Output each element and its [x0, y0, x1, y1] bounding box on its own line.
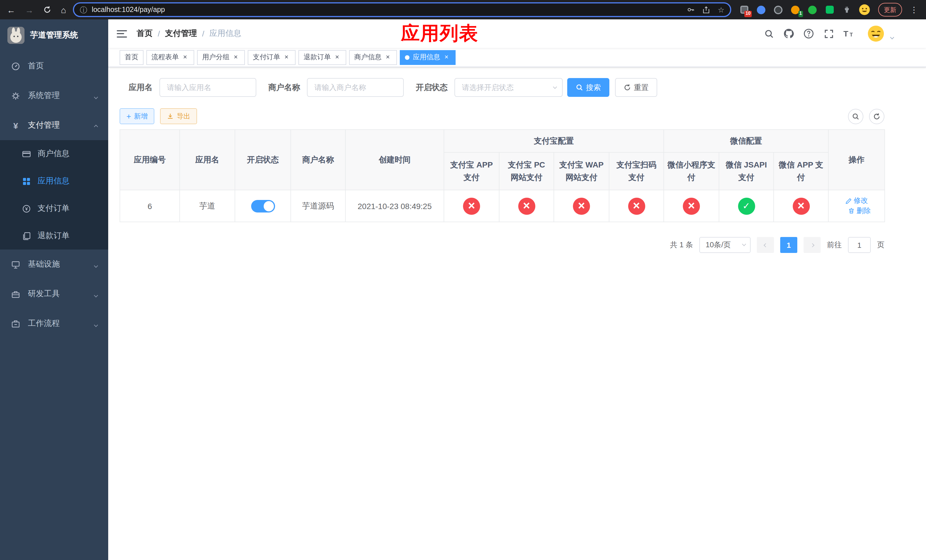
page-number-1[interactable]: 1 [780, 237, 797, 253]
apps-table: 应用编号 应用名 开启状态 商户名称 创建时间 支付宝配置 微信配置 操作 支付… [120, 129, 885, 222]
header-search-icon[interactable] [763, 28, 775, 39]
extension-icon-5[interactable] [808, 5, 817, 15]
password-key-icon[interactable] [687, 6, 695, 14]
breadcrumb-payment[interactable]: 支付管理 [165, 29, 197, 39]
browser-reload-icon[interactable] [43, 6, 51, 14]
extension-icon-6[interactable] [825, 5, 834, 15]
export-button[interactable]: 导出 [160, 108, 197, 124]
workflow-icon [11, 319, 21, 328]
tab-merchant-info[interactable]: 商户信息× [349, 50, 397, 65]
chevron-down-icon [95, 260, 97, 269]
sidebar-item-dev-tools[interactable]: 研发工具 [0, 279, 108, 309]
edit-link[interactable]: 修改 [845, 196, 868, 206]
tab-home[interactable]: 首页 [120, 50, 144, 65]
next-page-button[interactable] [803, 237, 821, 253]
share-icon[interactable] [702, 6, 710, 14]
sidebar-item-home[interactable]: 首页 [0, 51, 108, 81]
prev-page-button[interactable] [757, 237, 774, 253]
browser-back-icon[interactable]: ← [7, 5, 15, 14]
sidebar-item-merchant-info[interactable]: 商户信息 [0, 140, 108, 168]
add-button[interactable]: + 新增 [120, 108, 154, 124]
bookmark-star-icon[interactable]: ☆ [718, 5, 725, 14]
user-avatar[interactable] [867, 25, 884, 42]
sidebar-item-app-info[interactable]: 应用信息 [0, 168, 108, 195]
extension-icon-2[interactable] [756, 5, 766, 15]
enabled-toggle[interactable] [251, 200, 275, 212]
tab-pay-order[interactable]: 支付订单× [248, 50, 295, 65]
tab-close-icon[interactable]: × [181, 53, 189, 61]
chevron-up-icon [95, 121, 97, 130]
tab-close-icon[interactable]: × [232, 53, 240, 61]
sidebar-item-refund-order[interactable]: 退款订单 [0, 222, 108, 250]
status-select[interactable]: 请选择开启状态 [454, 78, 563, 97]
search-form: 应用名 商户名称 开启状态 请选择开启状态 搜索 [129, 78, 915, 97]
extensions-area: 10 1 [737, 4, 873, 15]
tab-process-form[interactable]: 流程表单× [146, 50, 194, 65]
sidebar-submenu-payment: 商户信息 应用信息 支付订单 [0, 140, 108, 250]
extensions-pin-icon[interactable] [842, 5, 851, 15]
col-header-wechat-jsapi: 微信 JSAPI 支付 [719, 152, 774, 190]
help-icon[interactable] [803, 28, 814, 39]
page-size-select[interactable]: 10条/页 [699, 237, 750, 253]
toggle-search-icon[interactable] [848, 109, 863, 124]
delete-link[interactable]: 删除 [848, 206, 871, 216]
sidebar-item-payment[interactable]: ¥ 支付管理 [0, 110, 108, 140]
tab-refund-order[interactable]: 退款订单× [298, 50, 346, 65]
sidebar-item-label: 基础设施 [28, 259, 60, 269]
sidebar-logo[interactable]: 芋道管理系统 [0, 20, 108, 51]
browser-profile-avatar[interactable] [859, 4, 870, 15]
status-alipay-pc-icon [518, 197, 535, 215]
browser-menu-icon[interactable]: ⋮ [908, 5, 920, 14]
breadcrumb-current: 应用信息 [210, 29, 242, 39]
url-bar[interactable]: ⓘ localhost:1024/pay/app ☆ [73, 2, 731, 17]
active-tab-dot [405, 55, 410, 59]
extension-icon-4[interactable]: 1 [790, 5, 800, 15]
tags-view: 首页 流程表单× 用户分组× 支付订单× 退款订单× 商户信息× 应用信息× [108, 48, 926, 67]
search-button[interactable]: 搜索 [567, 78, 609, 97]
pay-order-icon [22, 204, 31, 213]
toolbox-icon [11, 290, 21, 298]
tab-close-icon[interactable]: × [333, 53, 341, 61]
avatar-caret-icon[interactable] [891, 31, 894, 41]
goto-page-input[interactable] [848, 237, 871, 253]
sidebar-item-pay-order[interactable]: 支付订单 [0, 195, 108, 222]
fullscreen-icon[interactable] [823, 28, 834, 39]
status-wechat-jsapi-icon [738, 197, 755, 215]
font-size-icon[interactable]: TT [843, 28, 854, 39]
sidebar-item-infrastructure[interactable]: 基础设施 [0, 250, 108, 279]
sidebar-item-label: 系统管理 [28, 91, 60, 101]
sidebar-item-label: 研发工具 [28, 289, 60, 299]
browser-home-icon[interactable]: ⌂ [61, 5, 66, 14]
breadcrumb-home[interactable]: 首页 [137, 29, 153, 39]
cell-app-id: 6 [120, 190, 180, 222]
reset-button[interactable]: 重置 [615, 78, 657, 97]
github-icon[interactable] [783, 28, 794, 39]
tab-close-icon[interactable]: × [384, 53, 392, 61]
extension-icon-1[interactable]: 10 [739, 5, 749, 15]
browser-update-button[interactable]: 更新 [878, 3, 902, 17]
site-info-icon[interactable]: ⓘ [80, 6, 87, 14]
status-wechat-lite-icon [683, 197, 700, 215]
extension-icon-3[interactable] [773, 5, 783, 15]
app-name-input[interactable] [159, 78, 256, 97]
browser-forward-icon[interactable]: → [25, 5, 33, 14]
status-label: 开启状态 [416, 82, 448, 92]
breadcrumb-separator: / [158, 29, 160, 38]
tab-close-icon[interactable]: × [283, 53, 291, 61]
tab-user-group[interactable]: 用户分组× [197, 50, 245, 65]
top-navbar: 首页 / 支付管理 / 应用信息 应用列表 [108, 20, 926, 48]
url-text[interactable]: localhost:1024/pay/app [92, 6, 682, 14]
breadcrumb-separator: / [202, 29, 204, 38]
sidebar-item-workflow[interactable]: 工作流程 [0, 309, 108, 338]
refresh-table-icon[interactable] [869, 109, 884, 124]
screen: ← → ⌂ ⓘ localhost:1024/pay/app ☆ [0, 0, 926, 560]
tab-close-icon[interactable]: × [442, 53, 451, 61]
svg-text:T: T [843, 29, 848, 38]
breadcrumb: 首页 / 支付管理 / 应用信息 [137, 29, 242, 39]
merchant-name-input[interactable] [307, 78, 404, 97]
sidebar-toggle-icon[interactable] [117, 30, 127, 37]
tab-app-info[interactable]: 应用信息× [400, 50, 455, 65]
app-title: 芋道管理系统 [30, 30, 78, 41]
sidebar-item-system[interactable]: 系统管理 [0, 81, 108, 110]
page-content: 应用名 商户名称 开启状态 请选择开启状态 搜索 [108, 67, 926, 560]
